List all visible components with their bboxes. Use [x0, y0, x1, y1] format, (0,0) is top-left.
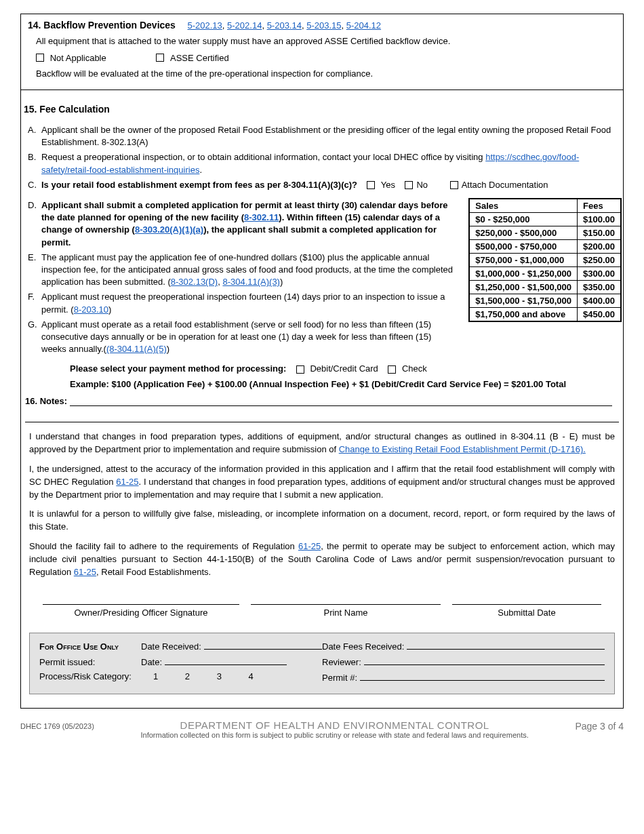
sig-date: Submittal Date [452, 591, 601, 618]
table-row: $250,000 - $500,000$150.00 [469, 226, 621, 240]
signature-row: Owner/Presiding Officer Signature Print … [22, 589, 622, 627]
checkbox-asse-certified[interactable] [156, 54, 164, 62]
reg-8-304-11a5[interactable]: (8-304.11(A)(5) [106, 344, 167, 354]
notes-row: 16. Notes: [22, 395, 622, 408]
notes-field-1[interactable] [70, 397, 612, 406]
fee-table-head-fees: Fees [578, 199, 622, 213]
fee-table-head-sales: Sales [469, 199, 577, 213]
checkbox-check[interactable] [388, 365, 396, 374]
field-permit-num[interactable] [360, 671, 605, 681]
field-date-fees[interactable] [407, 640, 605, 650]
sig-print-line[interactable] [251, 591, 441, 605]
sig-owner: Owner/Presiding Officer Signature [43, 591, 239, 618]
footer-page: Page 3 of 4 [575, 719, 624, 732]
item-a: A. Applicant shall be the owner of the p… [22, 123, 622, 150]
field-reviewer[interactable] [364, 656, 605, 665]
reg-8-302-13d[interactable]: 8-302.13(D) [171, 277, 218, 287]
fee-table: Sales Fees $0 - $250,000$100.00 $250,000… [468, 198, 622, 322]
section-15-title: 15. Fee Calculation [22, 104, 622, 115]
reg-8-304-11a3[interactable]: 8-304.11(A)(3) [222, 277, 280, 287]
sig-date-line[interactable] [452, 591, 601, 605]
link-d1716[interactable]: Change to Existing Retail Food Establish… [339, 444, 586, 454]
label-asse-certified: ASSE Certified [170, 53, 229, 63]
section-14-line2: Backflow will be evaluated at the time o… [36, 67, 616, 81]
office-use-box: For Office Use Only Date Received: Date … [29, 633, 615, 694]
footer-form-id: DHEC 1769 (05/2023) [20, 719, 94, 730]
table-row: $0 - $250,000$100.00 [469, 213, 621, 226]
attest-p1: I understand that changes in food prepar… [29, 431, 615, 456]
office-title: For Office Use Only [39, 641, 141, 652]
field-date-received[interactable] [204, 640, 322, 650]
reg-link[interactable]: 5-203.14 [267, 20, 302, 31]
reg-link[interactable]: 5-202.14 [227, 20, 262, 31]
item-c: C. Is your retail food establishment exe… [22, 178, 622, 193]
section-15: 15. Fee Calculation A. Applicant shall b… [21, 90, 623, 708]
reg-link[interactable]: 5-203.15 [306, 20, 341, 31]
table-row: $1,500,000 - $1,750,000$400.00 [469, 294, 621, 308]
reg-8-302-11[interactable]: 8-302.11 [244, 212, 279, 222]
fee-example: Example: $100 (Application Fee) + $100.0… [70, 379, 622, 389]
sig-print: Print Name [251, 591, 441, 618]
table-row: $1,250,000 - $1,500,000$350.00 [469, 281, 621, 294]
checkbox-exempt-yes[interactable] [367, 181, 375, 189]
attest-p2: I, the undersigned, attest to the accura… [29, 463, 615, 502]
checkbox-exempt-no[interactable] [405, 181, 413, 189]
table-row: $500,000 - $750,000$200.00 [469, 240, 621, 254]
risk-category-options: 1 2 3 4 [141, 671, 266, 681]
reg-link[interactable]: 5-202.13 [188, 20, 222, 31]
footer-sub: Information collected on this form is su… [94, 731, 576, 739]
page-footer: DHEC 1769 (05/2023) DEPARTMENT OF HEALTH… [20, 719, 624, 739]
item-d: D. Applicant shall submit a completed ap… [22, 198, 460, 250]
attest-p4: Should the facility fail to adhere to th… [29, 540, 615, 579]
field-permit-date[interactable] [165, 656, 287, 665]
reg-link[interactable]: 5-204.12 [346, 20, 381, 31]
table-row: $1,750,000 and above$450.00 [469, 308, 621, 322]
item-e: E. The applicant must pay the applicatio… [22, 250, 460, 290]
risk-3[interactable]: 3 [217, 671, 222, 681]
risk-2[interactable]: 2 [185, 671, 190, 681]
table-row: $750,000 - $1,000,000$250.00 [469, 254, 621, 267]
item-f: F. Applicant must request the preoperati… [22, 290, 460, 317]
reg-8-203-10[interactable]: 8-203.10 [74, 304, 108, 315]
section-14-title: 14. Backflow Prevention Devices [28, 20, 176, 31]
checkbox-attach-doc[interactable] [450, 181, 458, 189]
item-b: B. Request a preoperational inspection, … [22, 150, 622, 177]
sig-owner-line[interactable] [43, 591, 239, 605]
payment-method-row: Please select your payment method for pr… [70, 363, 622, 374]
reg-8-303-20[interactable]: 8-303.20(A)(1)(a) [135, 224, 203, 235]
risk-1[interactable]: 1 [153, 671, 158, 681]
item-g: G. Applicant must operate as a retail fo… [22, 317, 460, 357]
table-row: $1,000,000 - $1,250,000$300.00 [469, 267, 621, 281]
section-14-line1: All equipment that is attached to the wa… [36, 35, 616, 48]
link-61-25-b[interactable]: 61-25 [298, 541, 321, 551]
notes-field-2[interactable] [25, 408, 619, 422]
section-14-regs: 5-202.13, 5-202.14, 5-203.14, 5-203.15, … [188, 20, 382, 31]
attest-p3: It is unlawful for a person to willfully… [29, 508, 615, 534]
footer-dept: DEPARTMENT OF HEALTH AND ENVIRONMENTAL C… [94, 719, 576, 731]
form-main-box: 14. Backflow Prevention Devices 5-202.13… [20, 14, 624, 709]
link-61-25-a[interactable]: 61-25 [116, 477, 138, 487]
section-14: 14. Backflow Prevention Devices 5-202.13… [21, 14, 623, 90]
link-61-25-c[interactable]: 61-25 [74, 567, 96, 577]
attestation-block: I understand that changes in food prepar… [22, 422, 622, 588]
checkbox-not-applicable[interactable] [36, 54, 44, 62]
label-not-applicable: Not Applicable [50, 53, 106, 63]
checkbox-debit-credit[interactable] [296, 365, 304, 374]
risk-4[interactable]: 4 [249, 671, 254, 681]
